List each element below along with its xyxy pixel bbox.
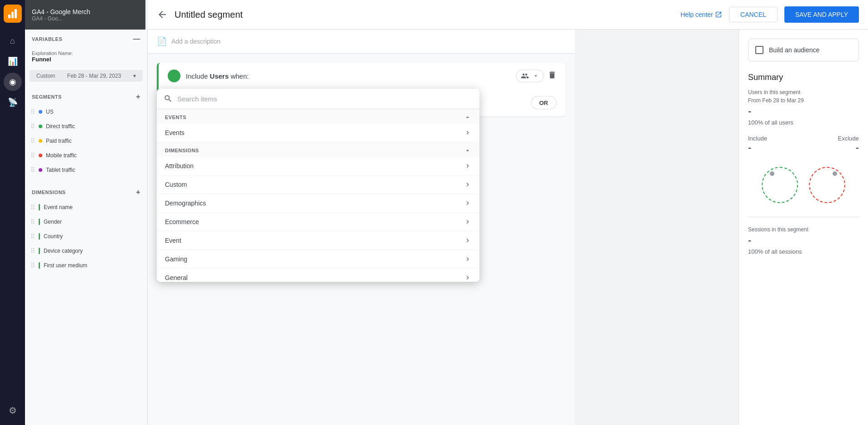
segments-add-btn[interactable]: + — [136, 93, 140, 101]
events-collapse-icon — [464, 114, 471, 121]
dropdown-item-events-label: Events — [165, 129, 185, 136]
dimensions-section-label: Dimensions — [165, 148, 199, 153]
venn-circle-exclude — [809, 167, 845, 203]
help-center-label: Help center — [680, 11, 713, 18]
segment-label-paid: Paid traffic — [46, 138, 71, 144]
dimensions-section-header: Dimensions — [157, 142, 479, 157]
build-audience-label: Build an audience — [769, 46, 819, 54]
segment-label-us: US — [46, 109, 54, 115]
dropdown-item-demographics[interactable]: Demographics — [157, 194, 479, 213]
dim-bar-country — [39, 233, 40, 240]
dropdown-item-gaming[interactable]: Gaming — [157, 250, 479, 269]
search-icon — [164, 94, 173, 103]
save-apply-button[interactable]: SAVE AND APPLY — [784, 6, 859, 23]
or-button[interactable]: OR — [531, 96, 557, 110]
search-input[interactable] — [177, 95, 473, 103]
drag-handle-first-user-medium: ⠿ — [30, 262, 35, 269]
dropdown-item-event[interactable]: Event — [157, 231, 479, 250]
drag-handle-tablet: ⠿ — [30, 166, 35, 174]
search-box — [157, 89, 479, 109]
segment-label-tablet: Tablet traffic — [46, 167, 75, 173]
segment-item-direct[interactable]: ⠿ Direct traffic — [25, 119, 147, 134]
dropdown-item-custom-label: Custom — [165, 181, 187, 188]
segments-title: SEGMENTS — [32, 94, 62, 100]
dimension-item-device-category[interactable]: ⠿ Device category — [25, 244, 147, 258]
general-chevron-icon — [464, 274, 471, 281]
build-audience-checkbox[interactable] — [755, 46, 763, 54]
dimensions-collapse-icon — [464, 147, 471, 154]
search-dropdown: Events Events Dimensions Attribution C — [157, 89, 479, 282]
help-center-link[interactable]: Help center — [680, 11, 722, 18]
segment-item-us[interactable]: ⠿ US — [25, 105, 147, 119]
segment-label-mobile: Mobile traffic — [46, 152, 77, 159]
segment-item-mobile[interactable]: ⠿ Mobile traffic — [25, 148, 147, 163]
variables-panel: Variables — Exploration Name: Funnel Cus… — [25, 30, 148, 425]
variables-collapse-btn[interactable]: — — [133, 35, 141, 43]
users-in-segment-label: Users in this segment — [748, 89, 859, 95]
date-range-selector[interactable]: Custom Feb 28 - Mar 29, 2023 ▾ — [30, 70, 143, 82]
sidebar-settings-icon[interactable]: ⚙ — [9, 405, 17, 416]
custom-chevron-icon — [464, 181, 471, 188]
dimension-label-country: Country — [44, 233, 63, 240]
delete-condition-button[interactable] — [548, 70, 557, 82]
venn-dot-right — [833, 171, 837, 176]
segment-color-paid — [39, 139, 42, 143]
users-pct: 100% of all users — [748, 119, 859, 126]
dropdown-item-events[interactable]: Events — [157, 124, 479, 142]
people-button[interactable] — [516, 70, 544, 82]
drag-handle-gender: ⠿ — [30, 218, 35, 225]
cancel-button[interactable]: CANCEL — [729, 7, 778, 22]
dialog-title: Untitled segment — [175, 10, 673, 20]
description-bar[interactable]: 📄 Add a description — [148, 30, 575, 54]
dropdown-item-general[interactable]: General — [157, 269, 479, 282]
summary-panel: Build an audience Summary Users in this … — [738, 30, 868, 425]
dropdown-item-attribution[interactable]: Attribution — [157, 157, 479, 175]
sessions-pct: 100% of all sessions — [748, 248, 859, 255]
events-section-header: Events — [157, 109, 479, 124]
segment-item-tablet[interactable]: ⠿ Tablet traffic — [25, 163, 147, 177]
dimension-label-device-category: Device category — [44, 248, 83, 254]
dimension-item-gender[interactable]: ⠿ Gender — [25, 215, 147, 229]
condition-header: Include Users when: — [159, 63, 566, 89]
dimension-label-event-name: Event name — [44, 204, 73, 210]
sidebar-nav-reports[interactable]: 📊 — [4, 52, 22, 70]
dimension-item-event-name[interactable]: ⠿ Event name — [25, 200, 147, 215]
exploration-label: Exploration Name: — [32, 50, 140, 56]
sidebar-nav-home[interactable]: ⌂ — [4, 32, 22, 50]
segment-label-direct: Direct traffic — [46, 123, 75, 130]
sidebar-logo — [4, 5, 22, 23]
dimension-label-first-user-medium: First user medium — [44, 262, 87, 269]
segment-color-us — [39, 110, 42, 114]
dropdown-item-ecommerce[interactable]: Ecommerce — [157, 213, 479, 231]
event-chevron-icon — [464, 237, 471, 244]
sidebar-nav-explore[interactable]: ◉ — [4, 73, 22, 91]
include-word: Include — [186, 72, 208, 80]
sidebar-nav-advertising[interactable]: 📡 — [4, 93, 22, 111]
variables-title: Variables — [32, 36, 62, 42]
dialog-topbar: Untitled segment Help center CANCEL SAVE… — [148, 0, 868, 30]
gaming-chevron-icon — [464, 255, 471, 263]
sessions-label: Sessions in this segment — [748, 226, 859, 233]
include-label: Include — [748, 135, 767, 142]
dimension-item-country[interactable]: ⠿ Country — [25, 229, 147, 244]
dimension-item-first-user-medium[interactable]: ⠿ First user medium — [25, 258, 147, 273]
date-range-dates: Feb 28 - Mar 29, 2023 — [67, 73, 121, 79]
back-button[interactable] — [157, 9, 168, 20]
users-dash: - — [748, 105, 859, 117]
dimensions-list: ⠿ Event name ⠿ Gender ⠿ Country ⠿ Device… — [25, 200, 147, 273]
dropdown-item-ecommerce-label: Ecommerce — [165, 218, 199, 225]
venn-diagram — [748, 162, 859, 208]
dimension-label-gender: Gender — [44, 219, 62, 225]
dimensions-title: DIMENSIONS — [32, 190, 66, 195]
sidebar: ⌂ 📊 ◉ 📡 ⚙ — [0, 0, 25, 425]
sessions-section: Sessions in this segment - 100% of all s… — [748, 217, 859, 255]
dimensions-add-btn[interactable]: + — [136, 188, 140, 196]
venn-circle-include — [762, 167, 798, 203]
segment-item-paid[interactable]: ⠿ Paid traffic — [25, 134, 147, 148]
drag-handle-us: ⠿ — [30, 108, 35, 115]
dim-bar-gender — [39, 219, 40, 225]
dropdown-item-custom[interactable]: Custom — [157, 175, 479, 194]
description-placeholder: Add a description — [171, 38, 220, 45]
condition-text: Include Users when: — [186, 72, 249, 80]
condition-dot — [168, 70, 180, 82]
